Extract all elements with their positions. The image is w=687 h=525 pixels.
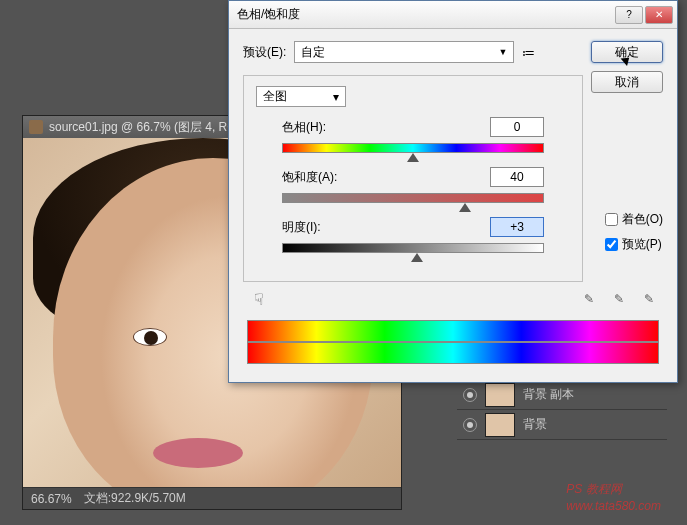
lightness-slider-block: 明度(I): +3 bbox=[256, 217, 570, 253]
hue-thumb[interactable] bbox=[407, 153, 419, 162]
preset-dropdown[interactable]: 自定 ▼ bbox=[294, 41, 514, 63]
document-icon bbox=[29, 120, 43, 134]
eyedropper-icon[interactable]: ✎ bbox=[579, 289, 599, 309]
scrub-icon[interactable]: ☟ bbox=[247, 288, 271, 310]
hue-label: 色相(H): bbox=[282, 119, 326, 136]
layer-name[interactable]: 背景 副本 bbox=[523, 386, 574, 403]
visibility-icon[interactable] bbox=[463, 418, 477, 432]
doc-size: 文档:922.9K/5.70M bbox=[84, 490, 186, 507]
layer-thumbnail[interactable] bbox=[485, 383, 515, 407]
cancel-button[interactable]: 取消 bbox=[591, 71, 663, 93]
eyedropper-add-icon[interactable]: ✎ bbox=[609, 289, 629, 309]
saturation-track[interactable] bbox=[282, 193, 544, 203]
dialog-titlebar[interactable]: 色相/饱和度 ? ✕ bbox=[229, 1, 677, 29]
range-value: 全图 bbox=[263, 88, 287, 105]
lightness-label: 明度(I): bbox=[282, 219, 321, 236]
preset-menu-icon[interactable]: ≔ bbox=[522, 45, 535, 60]
document-statusbar: 66.67% 文档:922.9K/5.70M bbox=[23, 487, 401, 509]
lightness-thumb[interactable] bbox=[411, 253, 423, 262]
chevron-down-icon: ▾ bbox=[333, 90, 339, 104]
spectrum-bar[interactable] bbox=[247, 320, 659, 342]
lightness-input[interactable]: +3 bbox=[490, 217, 544, 237]
saturation-thumb[interactable] bbox=[459, 203, 471, 212]
layer-name[interactable]: 背景 bbox=[523, 416, 547, 433]
saturation-slider-block: 饱和度(A): 40 bbox=[256, 167, 570, 203]
hue-input[interactable]: 0 bbox=[490, 117, 544, 137]
watermark: PS 教程网 www.tata580.com bbox=[566, 481, 661, 515]
range-dropdown[interactable]: 全图 ▾ bbox=[256, 86, 346, 107]
chevron-down-icon: ▼ bbox=[498, 47, 507, 57]
layer-thumbnail[interactable] bbox=[485, 413, 515, 437]
preview-label: 预览(P) bbox=[622, 236, 662, 253]
preview-input[interactable] bbox=[605, 238, 618, 251]
saturation-input[interactable]: 40 bbox=[490, 167, 544, 187]
zoom-level[interactable]: 66.67% bbox=[31, 492, 72, 506]
saturation-label: 饱和度(A): bbox=[282, 169, 337, 186]
colorize-input[interactable] bbox=[605, 213, 618, 226]
close-button[interactable]: ✕ bbox=[645, 6, 673, 24]
lightness-track[interactable] bbox=[282, 243, 544, 253]
hue-saturation-dialog: 色相/饱和度 ? ✕ 预设(E): 自定 ▼ ≔ 确定 取消 全图 ▾ bbox=[228, 0, 678, 383]
preset-value: 自定 bbox=[301, 44, 325, 61]
watermark-line1: PS 教程网 bbox=[566, 481, 661, 498]
colorize-checkbox[interactable]: 着色(O) bbox=[605, 211, 663, 228]
ok-button[interactable]: 确定 bbox=[591, 41, 663, 63]
spectrum-bar-result[interactable] bbox=[247, 342, 659, 364]
eyedropper-subtract-icon[interactable]: ✎ bbox=[639, 289, 659, 309]
document-title: source01.jpg @ 66.7% (图层 4, RGB bbox=[49, 119, 245, 136]
preview-checkbox[interactable]: 预览(P) bbox=[605, 236, 663, 253]
watermark-line2: www.tata580.com bbox=[566, 498, 661, 515]
preset-label: 预设(E): bbox=[243, 44, 286, 61]
hue-slider-block: 色相(H): 0 bbox=[256, 117, 570, 153]
sliders-group: 全图 ▾ 色相(H): 0 饱和度(A): 40 bbox=[243, 75, 583, 282]
colorize-label: 着色(O) bbox=[622, 211, 663, 228]
visibility-icon[interactable] bbox=[463, 388, 477, 402]
help-button[interactable]: ? bbox=[615, 6, 643, 24]
hue-track[interactable] bbox=[282, 143, 544, 153]
dialog-title: 色相/饱和度 bbox=[237, 6, 300, 23]
